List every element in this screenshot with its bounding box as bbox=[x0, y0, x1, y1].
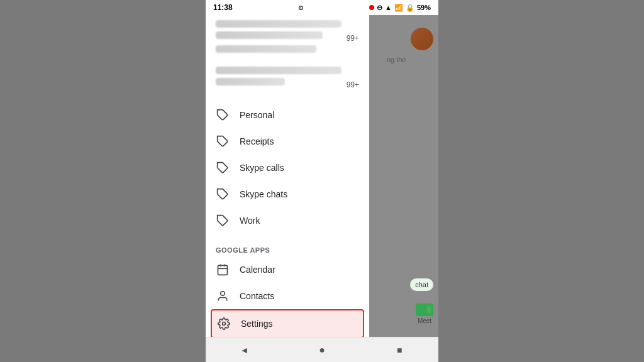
nav-item-work[interactable]: Work bbox=[206, 207, 369, 234]
status-minus-icon: ⊖ bbox=[377, 4, 382, 12]
main-content: 99+ 99+ bbox=[206, 15, 438, 337]
meet-label: Meet bbox=[418, 317, 431, 324]
status-lock-icon: 🔒 bbox=[406, 4, 414, 12]
right-partial-text: ng the bbox=[387, 55, 433, 65]
nav-label-personal: Personal bbox=[240, 110, 274, 120]
calendar-icon bbox=[216, 263, 230, 277]
recent-icon: ■ bbox=[397, 345, 402, 355]
screen-wrapper: 11:38 ⊙ ⊖ ▲ 📶 🔒 59% bbox=[206, 0, 438, 362]
tag-icon-receipts bbox=[216, 134, 230, 148]
meet-button[interactable]: Meet bbox=[416, 304, 433, 324]
nav-label-contacts: Contacts bbox=[240, 291, 274, 301]
nav-item-skype-calls[interactable]: Skype calls bbox=[206, 155, 369, 181]
home-button[interactable]: ● bbox=[309, 337, 335, 363]
status-signal-icon: 📶 bbox=[394, 4, 403, 12]
nav-label-calendar: Calendar bbox=[240, 265, 275, 275]
drawer-header-section2: 99+ bbox=[206, 64, 369, 97]
svg-rect-5 bbox=[218, 265, 228, 275]
nav-item-contacts[interactable]: Contacts bbox=[206, 283, 369, 309]
blur-row-3 bbox=[216, 45, 316, 53]
status-dot-red bbox=[369, 4, 374, 11]
blur-row-2 bbox=[216, 31, 323, 39]
tag-icon-work bbox=[216, 214, 230, 228]
drawer-header-section1: 99+ bbox=[206, 15, 369, 59]
badge-2: 99+ bbox=[347, 80, 359, 89]
avatar bbox=[411, 28, 433, 50]
tag-icon-skype-chats bbox=[216, 187, 230, 201]
svg-point-9 bbox=[221, 292, 225, 296]
nav-bar: ◄ ● ■ bbox=[206, 337, 438, 362]
tag-icon-skype-calls bbox=[216, 161, 230, 175]
nav-label-skype-chats: Skype chats bbox=[240, 189, 287, 199]
right-content: ng the chat Meet bbox=[382, 15, 438, 337]
side-drawer: 99+ 99+ bbox=[206, 15, 369, 337]
back-icon: ◄ bbox=[240, 345, 249, 355]
chat-bubble[interactable]: chat bbox=[410, 278, 433, 291]
tag-icon-personal bbox=[216, 108, 230, 122]
status-bar: 11:38 ⊙ ⊖ ▲ 📶 🔒 59% bbox=[206, 0, 438, 15]
meet-icon bbox=[416, 304, 433, 316]
nav-label-receipts: Receipts bbox=[240, 136, 274, 146]
blur-row-5 bbox=[216, 78, 285, 85]
nav-item-personal[interactable]: Personal bbox=[206, 102, 369, 128]
blur-row-1 bbox=[216, 20, 341, 28]
nav-label-skype-calls: Skype calls bbox=[240, 163, 284, 173]
chat-label: chat bbox=[415, 281, 428, 288]
back-button[interactable]: ◄ bbox=[232, 337, 257, 363]
nav-label-settings: Settings bbox=[241, 319, 273, 329]
status-bar-right: ⊖ ▲ 📶 🔒 59% bbox=[369, 4, 431, 12]
home-icon: ● bbox=[319, 344, 325, 356]
section-header-google-apps: GOOGLE APPS bbox=[206, 239, 369, 256]
status-battery: 59% bbox=[417, 4, 431, 11]
settings-icon bbox=[217, 317, 231, 331]
nav-item-settings[interactable]: Settings bbox=[211, 309, 364, 337]
nav-item-calendar[interactable]: Calendar bbox=[206, 256, 369, 283]
nav-item-receipts[interactable]: Receipts bbox=[206, 128, 369, 155]
svg-point-10 bbox=[223, 322, 226, 326]
status-time: 11:38 bbox=[213, 3, 233, 12]
nav-label-work: Work bbox=[240, 216, 260, 226]
status-wifi-icon: ▲ bbox=[385, 4, 392, 11]
nav-item-skype-chats[interactable]: Skype chats bbox=[206, 181, 369, 207]
contacts-icon bbox=[216, 289, 230, 303]
status-icon-small: ⊙ bbox=[298, 4, 303, 11]
blur-row-4 bbox=[216, 67, 341, 74]
badge-1: 99+ bbox=[347, 34, 359, 43]
recent-button[interactable]: ■ bbox=[387, 337, 412, 363]
